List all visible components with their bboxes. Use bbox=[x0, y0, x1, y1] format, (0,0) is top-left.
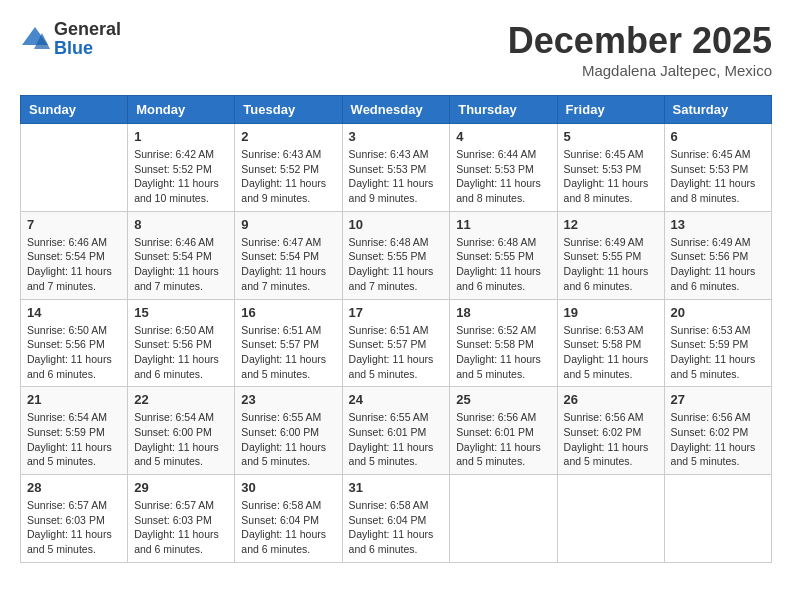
calendar-cell: 4Sunrise: 6:44 AMSunset: 5:53 PMDaylight… bbox=[450, 124, 557, 212]
day-info: Sunrise: 6:53 AMSunset: 5:58 PMDaylight:… bbox=[564, 323, 658, 382]
weekday-header-sunday: Sunday bbox=[21, 96, 128, 124]
logo-general: General bbox=[54, 19, 121, 39]
day-number: 10 bbox=[349, 217, 444, 232]
calendar-cell: 28Sunrise: 6:57 AMSunset: 6:03 PMDayligh… bbox=[21, 475, 128, 563]
calendar-cell: 3Sunrise: 6:43 AMSunset: 5:53 PMDaylight… bbox=[342, 124, 450, 212]
calendar-cell: 17Sunrise: 6:51 AMSunset: 5:57 PMDayligh… bbox=[342, 299, 450, 387]
calendar-cell: 23Sunrise: 6:55 AMSunset: 6:00 PMDayligh… bbox=[235, 387, 342, 475]
calendar-cell: 18Sunrise: 6:52 AMSunset: 5:58 PMDayligh… bbox=[450, 299, 557, 387]
day-info: Sunrise: 6:44 AMSunset: 5:53 PMDaylight:… bbox=[456, 147, 550, 206]
day-info: Sunrise: 6:58 AMSunset: 6:04 PMDaylight:… bbox=[241, 498, 335, 557]
day-number: 30 bbox=[241, 480, 335, 495]
calendar-cell: 1Sunrise: 6:42 AMSunset: 5:52 PMDaylight… bbox=[128, 124, 235, 212]
calendar-week-row: 14Sunrise: 6:50 AMSunset: 5:56 PMDayligh… bbox=[21, 299, 772, 387]
day-number: 7 bbox=[27, 217, 121, 232]
calendar-week-row: 21Sunrise: 6:54 AMSunset: 5:59 PMDayligh… bbox=[21, 387, 772, 475]
day-info: Sunrise: 6:46 AMSunset: 5:54 PMDaylight:… bbox=[134, 235, 228, 294]
calendar-cell: 27Sunrise: 6:56 AMSunset: 6:02 PMDayligh… bbox=[664, 387, 771, 475]
calendar-cell bbox=[450, 475, 557, 563]
day-number: 26 bbox=[564, 392, 658, 407]
calendar-cell: 8Sunrise: 6:46 AMSunset: 5:54 PMDaylight… bbox=[128, 211, 235, 299]
day-info: Sunrise: 6:47 AMSunset: 5:54 PMDaylight:… bbox=[241, 235, 335, 294]
day-number: 17 bbox=[349, 305, 444, 320]
day-info: Sunrise: 6:56 AMSunset: 6:02 PMDaylight:… bbox=[564, 410, 658, 469]
day-number: 31 bbox=[349, 480, 444, 495]
calendar-cell: 7Sunrise: 6:46 AMSunset: 5:54 PMDaylight… bbox=[21, 211, 128, 299]
day-number: 21 bbox=[27, 392, 121, 407]
month-title: December 2025 bbox=[508, 20, 772, 62]
day-info: Sunrise: 6:51 AMSunset: 5:57 PMDaylight:… bbox=[241, 323, 335, 382]
day-info: Sunrise: 6:50 AMSunset: 5:56 PMDaylight:… bbox=[27, 323, 121, 382]
day-info: Sunrise: 6:55 AMSunset: 6:00 PMDaylight:… bbox=[241, 410, 335, 469]
day-number: 29 bbox=[134, 480, 228, 495]
day-info: Sunrise: 6:43 AMSunset: 5:52 PMDaylight:… bbox=[241, 147, 335, 206]
day-info: Sunrise: 6:52 AMSunset: 5:58 PMDaylight:… bbox=[456, 323, 550, 382]
calendar-week-row: 1Sunrise: 6:42 AMSunset: 5:52 PMDaylight… bbox=[21, 124, 772, 212]
calendar-cell: 22Sunrise: 6:54 AMSunset: 6:00 PMDayligh… bbox=[128, 387, 235, 475]
calendar-cell: 9Sunrise: 6:47 AMSunset: 5:54 PMDaylight… bbox=[235, 211, 342, 299]
day-info: Sunrise: 6:55 AMSunset: 6:01 PMDaylight:… bbox=[349, 410, 444, 469]
calendar-cell: 5Sunrise: 6:45 AMSunset: 5:53 PMDaylight… bbox=[557, 124, 664, 212]
day-info: Sunrise: 6:57 AMSunset: 6:03 PMDaylight:… bbox=[134, 498, 228, 557]
calendar-cell bbox=[557, 475, 664, 563]
calendar-cell: 10Sunrise: 6:48 AMSunset: 5:55 PMDayligh… bbox=[342, 211, 450, 299]
day-info: Sunrise: 6:54 AMSunset: 6:00 PMDaylight:… bbox=[134, 410, 228, 469]
day-number: 16 bbox=[241, 305, 335, 320]
weekday-header-thursday: Thursday bbox=[450, 96, 557, 124]
day-info: Sunrise: 6:43 AMSunset: 5:53 PMDaylight:… bbox=[349, 147, 444, 206]
day-info: Sunrise: 6:42 AMSunset: 5:52 PMDaylight:… bbox=[134, 147, 228, 206]
calendar-cell: 20Sunrise: 6:53 AMSunset: 5:59 PMDayligh… bbox=[664, 299, 771, 387]
calendar-cell: 2Sunrise: 6:43 AMSunset: 5:52 PMDaylight… bbox=[235, 124, 342, 212]
calendar-cell: 16Sunrise: 6:51 AMSunset: 5:57 PMDayligh… bbox=[235, 299, 342, 387]
calendar-cell: 19Sunrise: 6:53 AMSunset: 5:58 PMDayligh… bbox=[557, 299, 664, 387]
weekday-header-row: SundayMondayTuesdayWednesdayThursdayFrid… bbox=[21, 96, 772, 124]
title-block: December 2025 Magdalena Jaltepec, Mexico bbox=[508, 20, 772, 79]
day-number: 27 bbox=[671, 392, 765, 407]
day-number: 2 bbox=[241, 129, 335, 144]
day-number: 6 bbox=[671, 129, 765, 144]
day-info: Sunrise: 6:46 AMSunset: 5:54 PMDaylight:… bbox=[27, 235, 121, 294]
calendar-cell: 25Sunrise: 6:56 AMSunset: 6:01 PMDayligh… bbox=[450, 387, 557, 475]
day-number: 8 bbox=[134, 217, 228, 232]
weekday-header-friday: Friday bbox=[557, 96, 664, 124]
day-number: 28 bbox=[27, 480, 121, 495]
day-info: Sunrise: 6:49 AMSunset: 5:55 PMDaylight:… bbox=[564, 235, 658, 294]
day-number: 25 bbox=[456, 392, 550, 407]
day-info: Sunrise: 6:51 AMSunset: 5:57 PMDaylight:… bbox=[349, 323, 444, 382]
day-info: Sunrise: 6:50 AMSunset: 5:56 PMDaylight:… bbox=[134, 323, 228, 382]
weekday-header-saturday: Saturday bbox=[664, 96, 771, 124]
day-number: 22 bbox=[134, 392, 228, 407]
page-header: General Blue December 2025 Magdalena Jal… bbox=[20, 20, 772, 79]
calendar-table: SundayMondayTuesdayWednesdayThursdayFrid… bbox=[20, 95, 772, 563]
weekday-header-monday: Monday bbox=[128, 96, 235, 124]
day-info: Sunrise: 6:45 AMSunset: 5:53 PMDaylight:… bbox=[564, 147, 658, 206]
calendar-cell: 21Sunrise: 6:54 AMSunset: 5:59 PMDayligh… bbox=[21, 387, 128, 475]
logo-blue: Blue bbox=[54, 38, 93, 58]
calendar-cell: 11Sunrise: 6:48 AMSunset: 5:55 PMDayligh… bbox=[450, 211, 557, 299]
weekday-header-tuesday: Tuesday bbox=[235, 96, 342, 124]
day-number: 12 bbox=[564, 217, 658, 232]
day-info: Sunrise: 6:56 AMSunset: 6:01 PMDaylight:… bbox=[456, 410, 550, 469]
calendar-cell: 31Sunrise: 6:58 AMSunset: 6:04 PMDayligh… bbox=[342, 475, 450, 563]
day-info: Sunrise: 6:54 AMSunset: 5:59 PMDaylight:… bbox=[27, 410, 121, 469]
day-info: Sunrise: 6:48 AMSunset: 5:55 PMDaylight:… bbox=[456, 235, 550, 294]
calendar-cell bbox=[664, 475, 771, 563]
day-number: 1 bbox=[134, 129, 228, 144]
weekday-header-wednesday: Wednesday bbox=[342, 96, 450, 124]
day-info: Sunrise: 6:48 AMSunset: 5:55 PMDaylight:… bbox=[349, 235, 444, 294]
calendar-cell: 30Sunrise: 6:58 AMSunset: 6:04 PMDayligh… bbox=[235, 475, 342, 563]
day-number: 4 bbox=[456, 129, 550, 144]
day-number: 13 bbox=[671, 217, 765, 232]
day-number: 18 bbox=[456, 305, 550, 320]
calendar-week-row: 28Sunrise: 6:57 AMSunset: 6:03 PMDayligh… bbox=[21, 475, 772, 563]
day-info: Sunrise: 6:57 AMSunset: 6:03 PMDaylight:… bbox=[27, 498, 121, 557]
day-number: 14 bbox=[27, 305, 121, 320]
day-info: Sunrise: 6:53 AMSunset: 5:59 PMDaylight:… bbox=[671, 323, 765, 382]
day-info: Sunrise: 6:45 AMSunset: 5:53 PMDaylight:… bbox=[671, 147, 765, 206]
calendar-cell: 26Sunrise: 6:56 AMSunset: 6:02 PMDayligh… bbox=[557, 387, 664, 475]
calendar-cell: 29Sunrise: 6:57 AMSunset: 6:03 PMDayligh… bbox=[128, 475, 235, 563]
logo: General Blue bbox=[20, 20, 121, 58]
day-number: 15 bbox=[134, 305, 228, 320]
calendar-cell: 6Sunrise: 6:45 AMSunset: 5:53 PMDaylight… bbox=[664, 124, 771, 212]
day-info: Sunrise: 6:56 AMSunset: 6:02 PMDaylight:… bbox=[671, 410, 765, 469]
